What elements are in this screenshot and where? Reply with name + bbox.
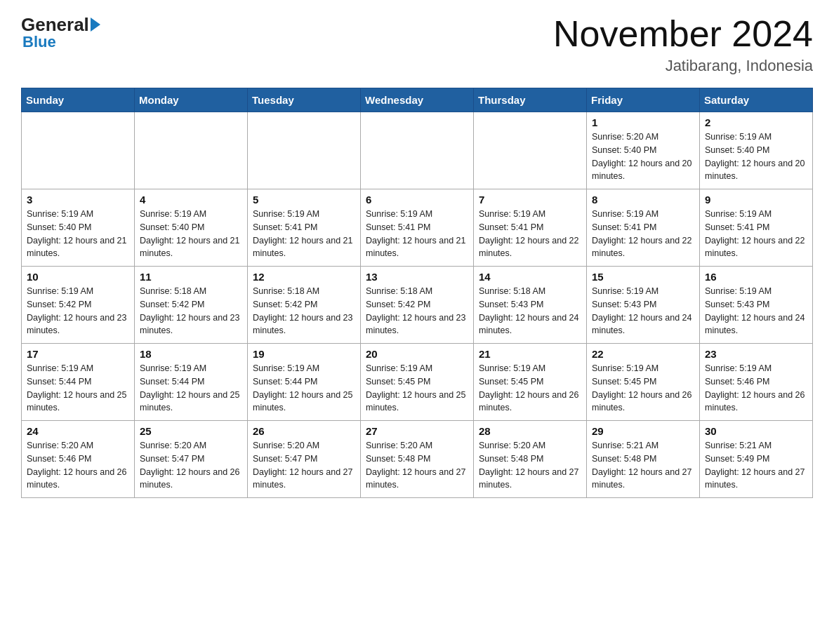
day-info: Sunrise: 5:19 AMSunset: 5:41 PMDaylight:… [705, 208, 807, 260]
day-number: 5 [253, 194, 355, 206]
calendar-week-row: 10Sunrise: 5:19 AMSunset: 5:42 PMDayligh… [22, 267, 813, 344]
calendar-table: SundayMondayTuesdayWednesdayThursdayFrid… [21, 88, 813, 498]
calendar-week-row: 17Sunrise: 5:19 AMSunset: 5:44 PMDayligh… [22, 344, 813, 421]
calendar-cell: 8Sunrise: 5:19 AMSunset: 5:41 PMDaylight… [587, 189, 700, 267]
calendar-cell: 19Sunrise: 5:19 AMSunset: 5:44 PMDayligh… [248, 344, 361, 421]
calendar-week-row: 3Sunrise: 5:19 AMSunset: 5:40 PMDaylight… [22, 189, 813, 267]
logo-blue: Blue [22, 33, 56, 51]
day-header-saturday: Saturday [700, 88, 813, 112]
calendar-cell: 11Sunrise: 5:18 AMSunset: 5:42 PMDayligh… [135, 267, 248, 344]
day-header-tuesday: Tuesday [248, 88, 361, 112]
calendar-cell [361, 112, 474, 189]
day-number: 21 [479, 348, 581, 360]
day-header-wednesday: Wednesday [361, 88, 474, 112]
day-info: Sunrise: 5:20 AMSunset: 5:48 PMDaylight:… [479, 439, 581, 492]
day-info: Sunrise: 5:19 AMSunset: 5:46 PMDaylight:… [705, 362, 807, 415]
day-number: 2 [705, 116, 807, 128]
day-number: 24 [27, 425, 129, 437]
day-number: 15 [592, 271, 694, 283]
day-info: Sunrise: 5:19 AMSunset: 5:41 PMDaylight:… [479, 208, 581, 260]
calendar-cell: 3Sunrise: 5:19 AMSunset: 5:40 PMDaylight… [22, 189, 135, 267]
calendar-cell: 27Sunrise: 5:20 AMSunset: 5:48 PMDayligh… [361, 421, 474, 498]
calendar-cell [474, 112, 587, 189]
calendar-cell: 7Sunrise: 5:19 AMSunset: 5:41 PMDaylight… [474, 189, 587, 267]
day-number: 28 [479, 425, 581, 437]
calendar-cell: 28Sunrise: 5:20 AMSunset: 5:48 PMDayligh… [474, 421, 587, 498]
calendar-cell: 22Sunrise: 5:19 AMSunset: 5:45 PMDayligh… [587, 344, 700, 421]
day-number: 7 [479, 194, 581, 206]
calendar-cell: 16Sunrise: 5:19 AMSunset: 5:43 PMDayligh… [700, 267, 813, 344]
day-number: 13 [366, 271, 468, 283]
day-number: 30 [705, 425, 807, 437]
calendar-cell [135, 112, 248, 189]
calendar-body: 1Sunrise: 5:20 AMSunset: 5:40 PMDaylight… [22, 112, 813, 498]
day-header-sunday: Sunday [22, 88, 135, 112]
calendar-title: November 2024 [553, 14, 813, 54]
day-info: Sunrise: 5:18 AMSunset: 5:43 PMDaylight:… [479, 285, 581, 337]
day-header-thursday: Thursday [474, 88, 587, 112]
calendar-subtitle: Jatibarang, Indonesia [553, 57, 813, 75]
calendar-cell: 5Sunrise: 5:19 AMSunset: 5:41 PMDaylight… [248, 189, 361, 267]
calendar-cell: 17Sunrise: 5:19 AMSunset: 5:44 PMDayligh… [22, 344, 135, 421]
day-number: 11 [140, 271, 242, 283]
day-info: Sunrise: 5:18 AMSunset: 5:42 PMDaylight:… [253, 285, 355, 337]
day-info: Sunrise: 5:19 AMSunset: 5:43 PMDaylight:… [592, 285, 694, 337]
day-info: Sunrise: 5:19 AMSunset: 5:42 PMDaylight:… [27, 285, 129, 337]
calendar-cell: 21Sunrise: 5:19 AMSunset: 5:45 PMDayligh… [474, 344, 587, 421]
day-header-monday: Monday [135, 88, 248, 112]
day-info: Sunrise: 5:18 AMSunset: 5:42 PMDaylight:… [140, 285, 242, 337]
day-number: 9 [705, 194, 807, 206]
day-number: 14 [479, 271, 581, 283]
calendar-cell: 18Sunrise: 5:19 AMSunset: 5:44 PMDayligh… [135, 344, 248, 421]
logo: General Blue [21, 14, 100, 51]
calendar-cell: 1Sunrise: 5:20 AMSunset: 5:40 PMDaylight… [587, 112, 700, 189]
day-number: 10 [27, 271, 129, 283]
day-info: Sunrise: 5:19 AMSunset: 5:44 PMDaylight:… [140, 362, 242, 415]
day-number: 12 [253, 271, 355, 283]
day-number: 3 [27, 194, 129, 206]
day-info: Sunrise: 5:19 AMSunset: 5:41 PMDaylight:… [366, 208, 468, 260]
day-number: 4 [140, 194, 242, 206]
day-number: 8 [592, 194, 694, 206]
day-info: Sunrise: 5:19 AMSunset: 5:40 PMDaylight:… [140, 208, 242, 260]
day-number: 25 [140, 425, 242, 437]
day-info: Sunrise: 5:20 AMSunset: 5:40 PMDaylight:… [592, 130, 694, 183]
calendar-cell [22, 112, 135, 189]
day-number: 20 [366, 348, 468, 360]
day-number: 17 [27, 348, 129, 360]
calendar-cell: 4Sunrise: 5:19 AMSunset: 5:40 PMDaylight… [135, 189, 248, 267]
day-info: Sunrise: 5:19 AMSunset: 5:41 PMDaylight:… [253, 208, 355, 260]
calendar-cell: 23Sunrise: 5:19 AMSunset: 5:46 PMDayligh… [700, 344, 813, 421]
day-info: Sunrise: 5:19 AMSunset: 5:45 PMDaylight:… [366, 362, 468, 415]
calendar-week-row: 24Sunrise: 5:20 AMSunset: 5:46 PMDayligh… [22, 421, 813, 498]
calendar-cell: 30Sunrise: 5:21 AMSunset: 5:49 PMDayligh… [700, 421, 813, 498]
day-info: Sunrise: 5:19 AMSunset: 5:44 PMDaylight:… [27, 362, 129, 415]
day-info: Sunrise: 5:21 AMSunset: 5:48 PMDaylight:… [592, 439, 694, 492]
day-number: 23 [705, 348, 807, 360]
day-info: Sunrise: 5:20 AMSunset: 5:48 PMDaylight:… [366, 439, 468, 492]
calendar-cell: 20Sunrise: 5:19 AMSunset: 5:45 PMDayligh… [361, 344, 474, 421]
calendar-header: SundayMondayTuesdayWednesdayThursdayFrid… [22, 88, 813, 112]
title-area: November 2024 Jatibarang, Indonesia [553, 14, 813, 75]
calendar-cell: 12Sunrise: 5:18 AMSunset: 5:42 PMDayligh… [248, 267, 361, 344]
calendar-cell: 26Sunrise: 5:20 AMSunset: 5:47 PMDayligh… [248, 421, 361, 498]
day-info: Sunrise: 5:19 AMSunset: 5:44 PMDaylight:… [253, 362, 355, 415]
day-info: Sunrise: 5:19 AMSunset: 5:41 PMDaylight:… [592, 208, 694, 260]
header-area: General Blue November 2024 Jatibarang, I… [21, 14, 813, 75]
calendar-cell: 29Sunrise: 5:21 AMSunset: 5:48 PMDayligh… [587, 421, 700, 498]
day-number: 19 [253, 348, 355, 360]
calendar-cell: 2Sunrise: 5:19 AMSunset: 5:40 PMDaylight… [700, 112, 813, 189]
day-number: 26 [253, 425, 355, 437]
calendar-cell: 9Sunrise: 5:19 AMSunset: 5:41 PMDaylight… [700, 189, 813, 267]
day-number: 29 [592, 425, 694, 437]
day-header-friday: Friday [587, 88, 700, 112]
calendar-cell [248, 112, 361, 189]
calendar-cell: 13Sunrise: 5:18 AMSunset: 5:42 PMDayligh… [361, 267, 474, 344]
day-info: Sunrise: 5:19 AMSunset: 5:40 PMDaylight:… [27, 208, 129, 260]
day-info: Sunrise: 5:18 AMSunset: 5:42 PMDaylight:… [366, 285, 468, 337]
calendar-week-row: 1Sunrise: 5:20 AMSunset: 5:40 PMDaylight… [22, 112, 813, 189]
calendar-cell: 14Sunrise: 5:18 AMSunset: 5:43 PMDayligh… [474, 267, 587, 344]
day-info: Sunrise: 5:20 AMSunset: 5:47 PMDaylight:… [140, 439, 242, 492]
calendar-cell: 25Sunrise: 5:20 AMSunset: 5:47 PMDayligh… [135, 421, 248, 498]
day-info: Sunrise: 5:19 AMSunset: 5:40 PMDaylight:… [705, 130, 807, 183]
